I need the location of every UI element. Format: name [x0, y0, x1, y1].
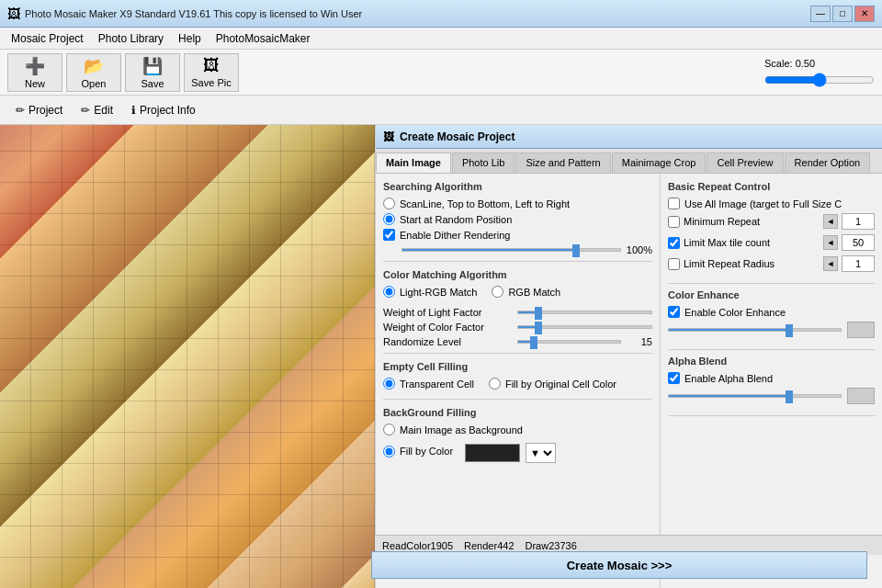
project-icon: ✏	[16, 104, 25, 117]
save-icon: 💾	[142, 56, 163, 76]
dither-slider[interactable]	[401, 248, 621, 252]
edit-icon: ✏	[81, 104, 90, 117]
fill-color-radio[interactable]	[383, 446, 395, 458]
color-swatch[interactable]	[465, 444, 520, 462]
close-button[interactable]: ✕	[854, 6, 875, 22]
tab-render-option[interactable]: Render Option	[785, 153, 871, 173]
alpha-blend-title: Alpha Blend	[668, 356, 875, 367]
fill-color-row: Fill by Color ▼	[383, 439, 652, 463]
enable-color-enhance-checkbox[interactable]	[668, 306, 680, 318]
color-dropdown[interactable]: ▼	[526, 443, 556, 463]
info-icon: ℹ	[131, 104, 136, 117]
use-all-image-checkbox[interactable]	[668, 198, 680, 209]
search-radio-scanline: ScanLine, Top to Bottom, Left to Right	[383, 198, 652, 209]
scale-slider[interactable]	[764, 73, 875, 87]
color-match-title: Color Matching Algorithm	[383, 269, 652, 280]
color-dropdown-row: ▼	[465, 443, 556, 463]
mosaic-canvas	[0, 125, 375, 588]
empty-cell-radios: Transparent Cell Fill by Original Cell C…	[383, 378, 652, 393]
max-tile-dec[interactable]: ◄	[823, 235, 838, 250]
max-tile-checkbox[interactable]	[668, 237, 680, 249]
main-image-bg-radio[interactable]	[383, 424, 395, 435]
tab-main-image[interactable]: Main Image	[376, 153, 451, 173]
repeat-radius-value[interactable]: 1	[842, 255, 875, 272]
repeat-radius-checkbox[interactable]	[668, 258, 680, 270]
maximize-button[interactable]: □	[832, 6, 853, 22]
menu-help[interactable]: Help	[171, 30, 209, 47]
fill-original-radio[interactable]	[489, 378, 501, 390]
new-label: New	[25, 78, 45, 89]
tab-photo-lib[interactable]: Photo Lib	[452, 153, 514, 173]
tab-size-pattern[interactable]: Size and Pattern	[515, 153, 610, 173]
rgb-row: RGB Match	[492, 286, 560, 298]
color-enhance-title: Color Enhance	[668, 289, 875, 300]
color-factor-row: Weight of Color Factor	[383, 322, 652, 333]
repeat-radius-dec[interactable]: ◄	[823, 256, 838, 271]
enable-color-enhance-label: Enable Color Enhance	[684, 307, 786, 318]
create-mosaic-label: Create Mosaic >>>	[661, 559, 672, 572]
max-tile-value[interactable]: 50	[842, 234, 875, 251]
menu-photomosaicmaker[interactable]: PhotoMosaicMaker	[209, 30, 318, 47]
bg-fill-title: BackGround Filling	[383, 407, 652, 418]
min-repeat-row: Minimum Repeat ◄ 1	[668, 213, 875, 230]
dialog-title-bar: 🖼 Create Mosaic Project	[376, 125, 882, 149]
dialog-icon: 🖼	[383, 130, 394, 143]
dither-label: Enable Dither Rendering	[400, 230, 510, 241]
menu-photo-library[interactable]: Photo Library	[91, 30, 171, 47]
transparent-radio[interactable]	[383, 378, 395, 390]
randomize-slider[interactable]	[517, 340, 621, 344]
main-image-bg-row: Main Image as Background	[383, 424, 652, 435]
save-pic-button[interactable]: 🖼 Save Pic	[184, 53, 239, 92]
tab-cell-preview[interactable]: Cell Preview	[707, 153, 783, 173]
repeat-radius-row: Limit Repeat Radius ◄ 1	[668, 255, 875, 272]
save-pic-label: Save Pic	[191, 77, 231, 88]
left-panel: Searching Algorithm ScanLine, Top to Bot…	[376, 174, 661, 588]
min-repeat-value[interactable]: 1	[842, 213, 875, 230]
main-content: 🖼 Create Mosaic Project Main Image Photo…	[0, 125, 882, 588]
app-title: Photo Mosaic Maker X9 Standard V19.61 Th…	[25, 8, 810, 19]
transparent-row: Transparent Cell	[383, 378, 474, 390]
menu-bar: Mosaic Project Photo Library Help PhotoM…	[0, 28, 882, 50]
app-icon: 🖼	[7, 6, 20, 21]
fill-original-label: Fill by Original Cell Color	[505, 379, 616, 390]
edit-button[interactable]: ✏ Edit	[73, 100, 121, 120]
random-radio[interactable]	[383, 213, 395, 225]
rgb-radio[interactable]	[492, 286, 503, 298]
save-pic-icon: 🖼	[203, 56, 220, 75]
enable-alpha-blend-checkbox[interactable]	[668, 372, 680, 384]
scanline-radio[interactable]	[383, 198, 395, 209]
open-button[interactable]: 📂 Open	[66, 53, 121, 92]
open-label: Open	[82, 78, 107, 89]
enable-color-enhance-row: Enable Color Enhance	[668, 306, 875, 318]
max-tile-label: Limit Max tile count	[684, 237, 820, 248]
min-repeat-checkbox[interactable]	[668, 216, 680, 228]
dither-checkbox[interactable]	[383, 229, 395, 241]
minimize-button[interactable]: —	[810, 6, 831, 22]
scale-area: Scale: 0.50	[764, 58, 875, 87]
sub-toolbar: ✏ Project ✏ Edit ℹ Project Info	[0, 96, 882, 125]
light-rgb-radio[interactable]	[383, 286, 395, 298]
color-factor-slider[interactable]	[517, 325, 652, 329]
light-factor-slider[interactable]	[517, 311, 652, 314]
min-repeat-dec[interactable]: ◄	[823, 214, 838, 229]
dialog-title: Create Mosaic Project	[400, 130, 514, 143]
new-button[interactable]: ➕ New	[7, 53, 62, 92]
project-button[interactable]: ✏ Project	[7, 100, 71, 120]
window-controls: — □ ✕	[810, 6, 875, 22]
light-factor-row: Weight of Light Factor	[383, 307, 652, 318]
save-button[interactable]: 💾 Save	[125, 53, 180, 92]
alpha-blend-value	[847, 388, 875, 404]
title-bar: 🖼 Photo Mosaic Maker X9 Standard V19.61 …	[0, 0, 882, 28]
enable-alpha-blend-row: Enable Alpha Blend	[668, 372, 875, 384]
tab-mainimage-crop[interactable]: Mainimage Crop	[612, 153, 707, 173]
create-mosaic-button[interactable]: Create Mosaic >>>	[661, 551, 867, 579]
menu-mosaic-project[interactable]: Mosaic Project	[4, 30, 91, 47]
toolbar: ➕ New 📂 Open 💾 Save 🖼 Save Pic Scale: 0.…	[0, 50, 882, 96]
alpha-blend-slider[interactable]	[668, 394, 842, 398]
project-info-button[interactable]: ℹ Project Info	[123, 100, 204, 120]
repeat-radius-label: Limit Repeat Radius	[684, 258, 820, 269]
main-image-bg-label: Main Image as Background	[400, 424, 523, 435]
scale-label: Scale: 0.50	[764, 58, 815, 69]
dither-slider-value: 100%	[627, 244, 652, 255]
color-enhance-slider[interactable]	[668, 328, 842, 332]
